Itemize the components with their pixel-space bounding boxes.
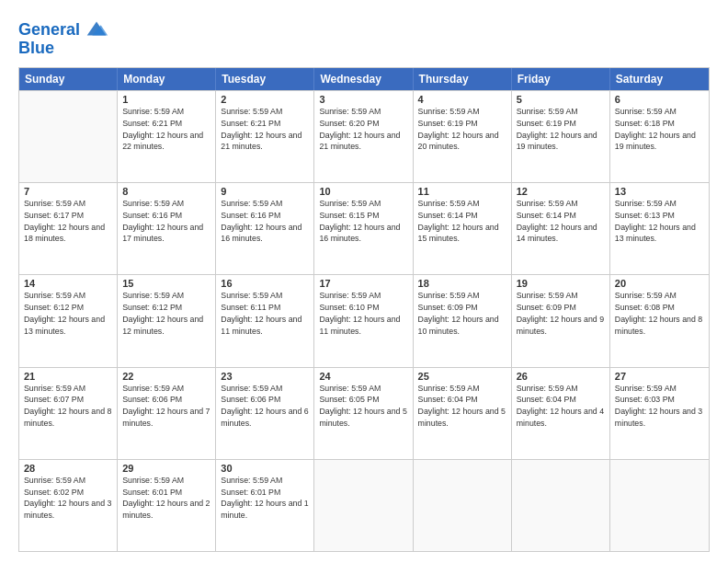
calendar-cell xyxy=(610,460,709,551)
calendar-cell xyxy=(19,91,118,182)
header-day-tuesday: Tuesday xyxy=(216,68,314,90)
calendar-cell: 24Sunrise: 5:59 AMSunset: 6:05 PMDayligh… xyxy=(314,368,413,459)
day-number: 11 xyxy=(418,186,506,197)
calendar: SundayMondayTuesdayWednesdayThursdayFrid… xyxy=(18,67,710,552)
calendar-cell: 30Sunrise: 5:59 AMSunset: 6:01 PMDayligh… xyxy=(216,460,314,551)
day-info: Sunrise: 5:59 AMSunset: 6:17 PMDaylight:… xyxy=(24,198,112,245)
day-info: Sunrise: 5:59 AMSunset: 6:07 PMDaylight:… xyxy=(24,383,112,430)
day-info: Sunrise: 5:59 AMSunset: 6:14 PMDaylight:… xyxy=(418,198,506,245)
calendar-cell: 21Sunrise: 5:59 AMSunset: 6:07 PMDayligh… xyxy=(19,368,118,459)
header: General Blue xyxy=(18,15,710,58)
calendar-cell: 27Sunrise: 5:59 AMSunset: 6:03 PMDayligh… xyxy=(610,368,709,459)
calendar-cell: 6Sunrise: 5:59 AMSunset: 6:18 PMDaylight… xyxy=(610,91,709,182)
calendar-cell: 8Sunrise: 5:59 AMSunset: 6:16 PMDaylight… xyxy=(118,183,216,274)
day-number: 25 xyxy=(418,371,506,382)
header-day-saturday: Saturday xyxy=(610,68,709,90)
calendar-cell: 19Sunrise: 5:59 AMSunset: 6:09 PMDayligh… xyxy=(512,275,610,366)
calendar-cell: 17Sunrise: 5:59 AMSunset: 6:10 PMDayligh… xyxy=(314,275,413,366)
calendar-cell: 9Sunrise: 5:59 AMSunset: 6:16 PMDaylight… xyxy=(216,183,314,274)
day-number: 21 xyxy=(24,371,112,382)
day-info: Sunrise: 5:59 AMSunset: 6:10 PMDaylight:… xyxy=(319,290,407,337)
day-info: Sunrise: 5:59 AMSunset: 6:01 PMDaylight:… xyxy=(122,475,210,522)
day-info: Sunrise: 5:59 AMSunset: 6:16 PMDaylight:… xyxy=(221,198,309,245)
day-info: Sunrise: 5:59 AMSunset: 6:13 PMDaylight:… xyxy=(615,198,704,245)
day-info: Sunrise: 5:59 AMSunset: 6:04 PMDaylight:… xyxy=(517,383,605,430)
day-number: 14 xyxy=(24,278,112,289)
day-number: 10 xyxy=(319,186,407,197)
calendar-row-4: 28Sunrise: 5:59 AMSunset: 6:02 PMDayligh… xyxy=(19,459,709,551)
day-number: 8 xyxy=(122,186,210,197)
calendar-row-0: 1Sunrise: 5:59 AMSunset: 6:21 PMDaylight… xyxy=(19,90,709,182)
day-info: Sunrise: 5:59 AMSunset: 6:21 PMDaylight:… xyxy=(122,106,210,153)
calendar-cell: 22Sunrise: 5:59 AMSunset: 6:06 PMDayligh… xyxy=(118,368,216,459)
calendar-cell: 12Sunrise: 5:59 AMSunset: 6:14 PMDayligh… xyxy=(512,183,610,274)
day-info: Sunrise: 5:59 AMSunset: 6:01 PMDaylight:… xyxy=(221,475,309,522)
day-info: Sunrise: 5:59 AMSunset: 6:21 PMDaylight:… xyxy=(221,106,309,153)
day-number: 2 xyxy=(221,94,309,105)
day-info: Sunrise: 5:59 AMSunset: 6:03 PMDaylight:… xyxy=(615,383,704,430)
day-number: 4 xyxy=(418,94,506,105)
calendar-cell: 13Sunrise: 5:59 AMSunset: 6:13 PMDayligh… xyxy=(610,183,709,274)
day-number: 12 xyxy=(517,186,605,197)
day-info: Sunrise: 5:59 AMSunset: 6:08 PMDaylight:… xyxy=(615,290,704,337)
calendar-cell: 23Sunrise: 5:59 AMSunset: 6:06 PMDayligh… xyxy=(216,368,314,459)
day-number: 22 xyxy=(122,371,210,382)
day-number: 9 xyxy=(221,186,309,197)
day-number: 26 xyxy=(517,371,605,382)
calendar-cell: 15Sunrise: 5:59 AMSunset: 6:12 PMDayligh… xyxy=(118,275,216,366)
day-number: 29 xyxy=(122,463,210,474)
header-day-wednesday: Wednesday xyxy=(314,68,413,90)
day-info: Sunrise: 5:59 AMSunset: 6:12 PMDaylight:… xyxy=(24,290,112,337)
day-info: Sunrise: 5:59 AMSunset: 6:06 PMDaylight:… xyxy=(122,383,210,430)
calendar-cell: 1Sunrise: 5:59 AMSunset: 6:21 PMDaylight… xyxy=(118,91,216,182)
day-info: Sunrise: 5:59 AMSunset: 6:18 PMDaylight:… xyxy=(615,106,704,153)
calendar-cell: 26Sunrise: 5:59 AMSunset: 6:04 PMDayligh… xyxy=(512,368,610,459)
day-info: Sunrise: 5:59 AMSunset: 6:05 PMDaylight:… xyxy=(319,383,407,430)
day-info: Sunrise: 5:59 AMSunset: 6:16 PMDaylight:… xyxy=(122,198,210,245)
calendar-cell: 7Sunrise: 5:59 AMSunset: 6:17 PMDaylight… xyxy=(19,183,118,274)
calendar-cell: 14Sunrise: 5:59 AMSunset: 6:12 PMDayligh… xyxy=(19,275,118,366)
day-number: 6 xyxy=(615,94,704,105)
day-info: Sunrise: 5:59 AMSunset: 6:14 PMDaylight:… xyxy=(517,198,605,245)
calendar-cell: 28Sunrise: 5:59 AMSunset: 6:02 PMDayligh… xyxy=(19,460,118,551)
calendar-cell: 11Sunrise: 5:59 AMSunset: 6:14 PMDayligh… xyxy=(414,183,512,274)
calendar-cell: 2Sunrise: 5:59 AMSunset: 6:21 PMDaylight… xyxy=(216,91,314,182)
day-number: 24 xyxy=(319,371,407,382)
calendar-cell: 25Sunrise: 5:59 AMSunset: 6:04 PMDayligh… xyxy=(414,368,512,459)
day-number: 30 xyxy=(221,463,309,474)
header-day-monday: Monday xyxy=(118,68,216,90)
header-day-thursday: Thursday xyxy=(414,68,512,90)
day-number: 28 xyxy=(24,463,112,474)
day-number: 23 xyxy=(221,371,309,382)
day-info: Sunrise: 5:59 AMSunset: 6:04 PMDaylight:… xyxy=(418,383,506,430)
day-number: 15 xyxy=(122,278,210,289)
day-info: Sunrise: 5:59 AMSunset: 6:19 PMDaylight:… xyxy=(418,106,506,153)
day-info: Sunrise: 5:59 AMSunset: 6:02 PMDaylight:… xyxy=(24,475,112,522)
calendar-cell: 16Sunrise: 5:59 AMSunset: 6:11 PMDayligh… xyxy=(216,275,314,366)
day-info: Sunrise: 5:59 AMSunset: 6:06 PMDaylight:… xyxy=(221,383,309,430)
day-number: 27 xyxy=(615,371,704,382)
calendar-row-3: 21Sunrise: 5:59 AMSunset: 6:07 PMDayligh… xyxy=(19,367,709,459)
logo-icon xyxy=(84,17,109,42)
day-info: Sunrise: 5:59 AMSunset: 6:19 PMDaylight:… xyxy=(517,106,605,153)
day-number: 5 xyxy=(517,94,605,105)
day-number: 7 xyxy=(24,186,112,197)
day-number: 17 xyxy=(319,278,407,289)
header-day-sunday: Sunday xyxy=(19,68,118,90)
calendar-cell: 5Sunrise: 5:59 AMSunset: 6:19 PMDaylight… xyxy=(512,91,610,182)
logo: General Blue xyxy=(18,18,109,58)
calendar-header: SundayMondayTuesdayWednesdayThursdayFrid… xyxy=(19,68,709,90)
calendar-cell xyxy=(314,460,413,551)
day-info: Sunrise: 5:59 AMSunset: 6:11 PMDaylight:… xyxy=(221,290,309,337)
day-number: 16 xyxy=(221,278,309,289)
page: General Blue SundayMondayTuesdayWednesda… xyxy=(0,0,728,563)
calendar-cell xyxy=(512,460,610,551)
day-info: Sunrise: 5:59 AMSunset: 6:15 PMDaylight:… xyxy=(319,198,407,245)
day-number: 19 xyxy=(517,278,605,289)
header-day-friday: Friday xyxy=(512,68,610,90)
day-number: 13 xyxy=(615,186,704,197)
calendar-cell xyxy=(414,460,512,551)
calendar-cell: 18Sunrise: 5:59 AMSunset: 6:09 PMDayligh… xyxy=(414,275,512,366)
calendar-cell: 20Sunrise: 5:59 AMSunset: 6:08 PMDayligh… xyxy=(610,275,709,366)
calendar-row-1: 7Sunrise: 5:59 AMSunset: 6:17 PMDaylight… xyxy=(19,182,709,274)
